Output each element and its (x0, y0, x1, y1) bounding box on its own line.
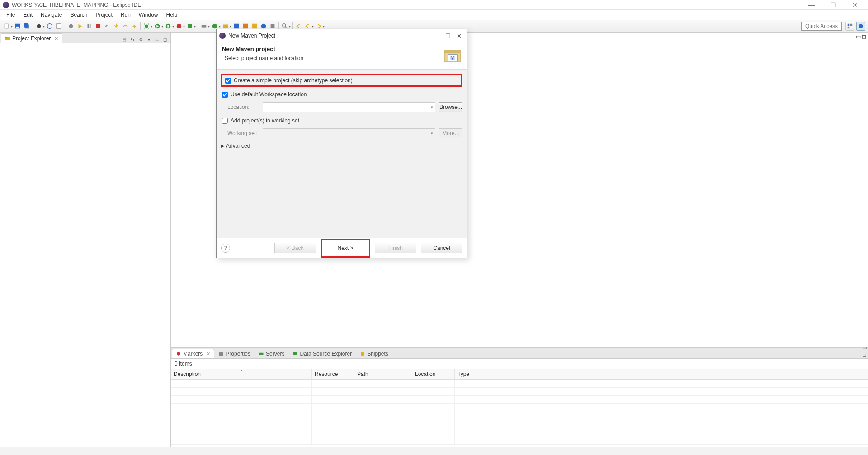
save-button[interactable] (14, 22, 22, 30)
menu-search[interactable]: Search (66, 11, 91, 19)
javaee-perspective-button[interactable] (856, 22, 865, 31)
run-button[interactable] (153, 22, 161, 30)
window-close-button[interactable]: ✕ (848, 1, 862, 9)
open-type-button[interactable] (55, 22, 63, 30)
window-minimize-button[interactable]: — (805, 1, 818, 9)
sort-indicator-icon: ▴ (241, 369, 242, 372)
advanced-toggle[interactable]: ▶ Advanced (221, 143, 462, 149)
col-description[interactable]: Description▴ (171, 369, 312, 379)
svg-rect-3 (16, 27, 19, 28)
step-return-button[interactable] (130, 22, 138, 30)
menu-window[interactable]: Window (135, 11, 162, 19)
markers-count: 0 items (171, 359, 868, 369)
dse-icon (292, 351, 298, 356)
filter-button[interactable]: ⚙ (137, 36, 144, 43)
new-server-button[interactable] (200, 22, 208, 30)
run-last-button[interactable] (175, 22, 183, 30)
package-button[interactable] (35, 22, 43, 30)
resume-button[interactable] (76, 22, 84, 30)
close-icon[interactable]: ✕ (54, 36, 58, 42)
menu-file[interactable]: File (3, 11, 19, 19)
svg-rect-20 (188, 24, 192, 28)
svg-text:M: M (450, 55, 455, 61)
dialog-titlebar[interactable]: New Maven Project ☐ ✕ (217, 29, 467, 42)
menu-run[interactable]: Run (117, 11, 134, 19)
svg-point-34 (859, 24, 863, 28)
chevron-right-icon: ▶ (221, 144, 224, 148)
svg-rect-5 (25, 25, 29, 29)
table-row (171, 388, 868, 396)
editor-maximize-button[interactable]: ◻ (862, 33, 866, 40)
disconnect-button[interactable] (103, 22, 111, 30)
dialog-maximize-button[interactable]: ☐ (443, 33, 453, 39)
project-explorer-tree[interactable] (0, 43, 170, 447)
close-icon[interactable]: ✕ (206, 351, 210, 357)
svg-rect-21 (202, 25, 207, 27)
quick-access-field[interactable]: Quick Access (801, 22, 842, 31)
maximize-view-button[interactable]: ◻ (161, 36, 169, 43)
maximize-bottom-button[interactable]: ◻ (861, 351, 868, 358)
browse-button[interactable]: Browse... (439, 102, 462, 112)
menu-project[interactable]: Project (92, 11, 116, 19)
dialog-header: New Maven project Select project name an… (217, 42, 467, 69)
col-resource[interactable]: Resource (312, 369, 354, 379)
snippets-tab[interactable]: Snippets (356, 349, 392, 358)
chevron-down-icon: ▾ (431, 105, 433, 109)
working-set-combo: ▾ (263, 128, 435, 138)
menu-navigate[interactable]: Navigate (37, 11, 66, 19)
dse-tab-label: Data Source Explorer (300, 351, 352, 357)
more-button[interactable]: More... (439, 128, 462, 138)
svg-rect-33 (848, 27, 850, 29)
svg-rect-26 (252, 24, 257, 29)
project-explorer-tab[interactable]: Project Explorer ✕ (1, 33, 62, 43)
markers-tab-label: Markers (183, 351, 203, 357)
open-perspective-button[interactable] (845, 22, 854, 31)
web-browser-button[interactable] (46, 22, 54, 30)
col-location[interactable]: Location (412, 369, 455, 379)
finish-button[interactable]: Finish (375, 243, 416, 253)
view-menu-button[interactable]: ▾ (145, 36, 152, 43)
dialog-close-button[interactable]: ✕ (453, 33, 464, 39)
snippets-icon (360, 351, 365, 356)
svg-point-19 (177, 24, 182, 29)
coverage-button[interactable] (164, 22, 172, 30)
use-default-location-checkbox[interactable] (222, 92, 228, 98)
properties-tab[interactable]: Properties (214, 349, 255, 358)
cancel-button[interactable]: Cancel (421, 243, 462, 253)
servers-tab[interactable]: Servers (255, 349, 288, 358)
svg-point-9 (69, 24, 73, 28)
col-type[interactable]: Type (455, 369, 495, 379)
minimize-view-button[interactable]: ▭ (153, 36, 160, 43)
window-title: WORKSPACE_HIBERNATE_MAPPING - Eclipse ID… (12, 2, 805, 8)
table-row (171, 428, 868, 436)
svg-rect-44 (444, 50, 461, 53)
window-titlebar: WORKSPACE_HIBERNATE_MAPPING - Eclipse ID… (0, 0, 868, 10)
add-working-set-checkbox[interactable] (222, 118, 228, 124)
terminate-button[interactable] (94, 22, 102, 30)
editor-minimize-button[interactable]: ▭ (856, 33, 861, 40)
new-button[interactable] (3, 22, 11, 30)
markers-tab[interactable]: Markers ✕ (172, 349, 214, 358)
next-button[interactable]: Next > (325, 243, 366, 253)
svg-point-27 (261, 24, 266, 29)
help-button[interactable]: ? (221, 244, 230, 253)
collapse-all-button[interactable]: ⊟ (121, 36, 128, 43)
create-simple-project-label: Create a simple project (skip archetype … (234, 77, 353, 84)
back-button[interactable]: < Back (274, 243, 316, 253)
link-editor-button[interactable]: ⇆ (129, 36, 136, 43)
step-into-button[interactable] (112, 22, 120, 30)
col-path[interactable]: Path (354, 369, 412, 379)
svg-point-22 (212, 24, 217, 29)
step-over-button[interactable] (121, 22, 129, 30)
skip-breakpoints-button[interactable] (67, 22, 75, 30)
menu-help[interactable]: Help (163, 11, 181, 19)
suspend-button[interactable] (85, 22, 93, 30)
window-maximize-button[interactable]: ☐ (826, 1, 840, 9)
menu-edit[interactable]: Edit (19, 11, 36, 19)
debug-button[interactable] (142, 22, 151, 30)
dse-tab[interactable]: Data Source Explorer (288, 349, 356, 358)
save-all-button[interactable] (23, 22, 31, 30)
create-simple-project-checkbox[interactable] (225, 78, 231, 84)
external-tools-button[interactable] (186, 22, 194, 30)
markers-table: Description▴ Resource Path Location Type (171, 369, 868, 447)
